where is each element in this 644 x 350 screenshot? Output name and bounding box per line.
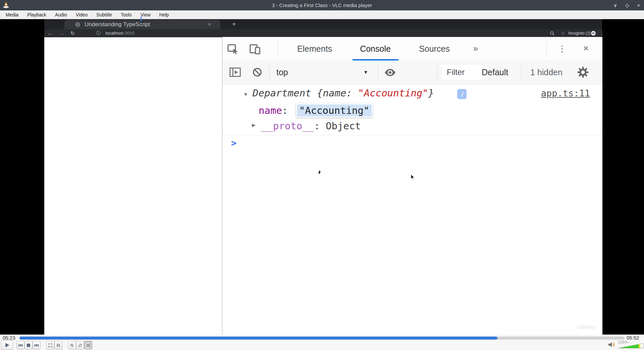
fullscreen-icon: [48, 343, 53, 348]
seek-bar[interactable]: [19, 337, 625, 340]
object-class-name: Department: [253, 87, 311, 99]
separator: [269, 64, 270, 80]
inspect-element-icon[interactable]: [226, 43, 239, 55]
console-toolbar: top ▼ Default 1 hidden: [222, 60, 602, 84]
browser-tabstrip: Understanding TypeScript × +: [44, 19, 602, 29]
devtools-close-icon[interactable]: ×: [580, 37, 592, 60]
menu-view[interactable]: View: [136, 10, 155, 19]
more-tabs-icon[interactable]: »: [469, 37, 482, 60]
stop-icon: [27, 344, 30, 347]
device-toolbar-icon[interactable]: [249, 43, 261, 55]
loop-button[interactable]: [76, 341, 84, 349]
object-preview-close: }: [428, 87, 434, 99]
tab-close-icon[interactable]: ×: [208, 20, 211, 29]
separator: [521, 64, 522, 80]
source-location-link[interactable]: app.ts:11: [541, 88, 590, 98]
console-prompt-chevron[interactable]: >: [231, 138, 236, 148]
vlc-window: 3 - Creating a First Class - VLC media p…: [0, 0, 644, 350]
maximize-icon[interactable]: ◇: [625, 2, 629, 8]
next-icon: [34, 343, 39, 347]
menu-tools[interactable]: Tools: [116, 10, 136, 19]
property-colon: :: [282, 105, 294, 116]
vlc-titlebar: 3 - Creating a First Class - VLC media p…: [0, 0, 644, 10]
devtools-menu-icon[interactable]: ⋮: [556, 37, 568, 60]
previous-button[interactable]: [16, 341, 24, 349]
menu-subtitle[interactable]: Subtitle: [92, 10, 116, 19]
proto-row: __proto__: Object: [261, 120, 361, 132]
total-time: 05:52: [627, 335, 639, 341]
live-expression-eye-icon[interactable]: [384, 68, 396, 78]
bookmark-star-icon[interactable]: ☆: [561, 29, 565, 37]
context-selector[interactable]: top: [276, 60, 288, 84]
clear-console-icon[interactable]: [252, 67, 263, 78]
fullscreen-button[interactable]: [46, 341, 54, 349]
search-icon[interactable]: [550, 31, 554, 36]
playlist-icon: [70, 343, 74, 348]
browser-tab[interactable]: Understanding TypeScript ×: [64, 20, 220, 29]
console-divider: [222, 135, 602, 135]
close-icon[interactable]: ×: [637, 2, 640, 8]
menu-video[interactable]: Video: [71, 10, 92, 19]
browser-menu-icon[interactable]: ⋮: [600, 29, 604, 37]
shuffle-icon: [86, 343, 91, 348]
url-port: :3000: [123, 31, 135, 36]
vlc-menubar: Media Playback Audio Video Subtitle Tool…: [0, 10, 644, 19]
address-bar[interactable]: localhost:3000: [105, 29, 135, 37]
mouse-cursor: [411, 174, 416, 181]
play-icon: [5, 343, 10, 348]
loop-icon: [78, 343, 83, 348]
devtools-tabbar: Elements Console Sources » ⋮ ×: [222, 37, 602, 61]
tab-sources[interactable]: Sources: [408, 37, 461, 60]
menu-help[interactable]: Help: [155, 10, 173, 19]
tab-console[interactable]: Console: [348, 37, 402, 60]
object-expand-toggle-icon[interactable]: ▼: [243, 91, 248, 97]
incognito-avatar-icon[interactable]: [591, 31, 596, 36]
log-level-dropdown[interactable]: Default: [482, 60, 508, 84]
stop-button[interactable]: [24, 341, 33, 349]
separator: [278, 41, 278, 56]
separator: [546, 41, 547, 56]
extended-settings-button[interactable]: [54, 341, 62, 349]
tab-favicon-globe-icon: [75, 22, 80, 27]
separator: [437, 64, 437, 80]
volume-speaker-icon[interactable]: [608, 342, 615, 348]
property-value-highlighted: "Accounting": [296, 103, 373, 118]
context-caret-icon[interactable]: ▼: [363, 60, 368, 84]
random-button[interactable]: [84, 341, 92, 349]
settings-gear-icon[interactable]: [577, 66, 589, 79]
console-sidebar-toggle-icon[interactable]: [229, 67, 241, 78]
back-icon[interactable]: ←: [48, 29, 53, 37]
proto-expand-toggle-icon[interactable]: ▶: [252, 122, 256, 128]
console-filter-input[interactable]: [442, 65, 482, 80]
object-property-row: name: "Accounting": [259, 103, 373, 118]
menu-audio[interactable]: Audio: [51, 10, 71, 19]
proto-colon: :: [314, 120, 326, 132]
proto-key: __proto__: [261, 120, 314, 132]
separator: [378, 64, 378, 80]
console-log-object-preview[interactable]: Department {name: "Accounting"}: [253, 87, 434, 99]
playlist-button[interactable]: [68, 341, 76, 349]
tab-elements[interactable]: Elements: [288, 37, 341, 60]
new-tab-button[interactable]: +: [232, 19, 236, 29]
previous-icon: [18, 343, 23, 347]
info-badge-icon[interactable]: i: [457, 89, 467, 99]
forward-icon[interactable]: →: [59, 29, 64, 37]
menu-media[interactable]: Media: [1, 10, 23, 19]
object-preview-string: "Accounting": [358, 87, 428, 99]
play-button[interactable]: [1, 340, 13, 350]
equalizer-icon: [56, 343, 61, 348]
vlc-controller: 05:23 05:52: [0, 335, 644, 350]
reload-icon[interactable]: ↻: [70, 29, 75, 37]
hidden-messages-badge[interactable]: 1 hidden: [530, 60, 562, 84]
next-button[interactable]: [33, 341, 41, 349]
proto-value: Object: [326, 120, 361, 132]
minimize-icon[interactable]: ∨: [613, 2, 617, 8]
property-key: name: [259, 105, 282, 116]
video-watermark: Udemy: [577, 324, 596, 330]
url-host: localhost: [105, 31, 123, 36]
window-controls: ∨ ◇ ×: [613, 0, 640, 10]
page-info-icon[interactable]: ⓘ: [96, 29, 101, 37]
incognito-badge: Incognito (2): [568, 29, 591, 37]
seek-bar-fill: [19, 337, 497, 340]
menu-playback[interactable]: Playback: [23, 10, 51, 19]
